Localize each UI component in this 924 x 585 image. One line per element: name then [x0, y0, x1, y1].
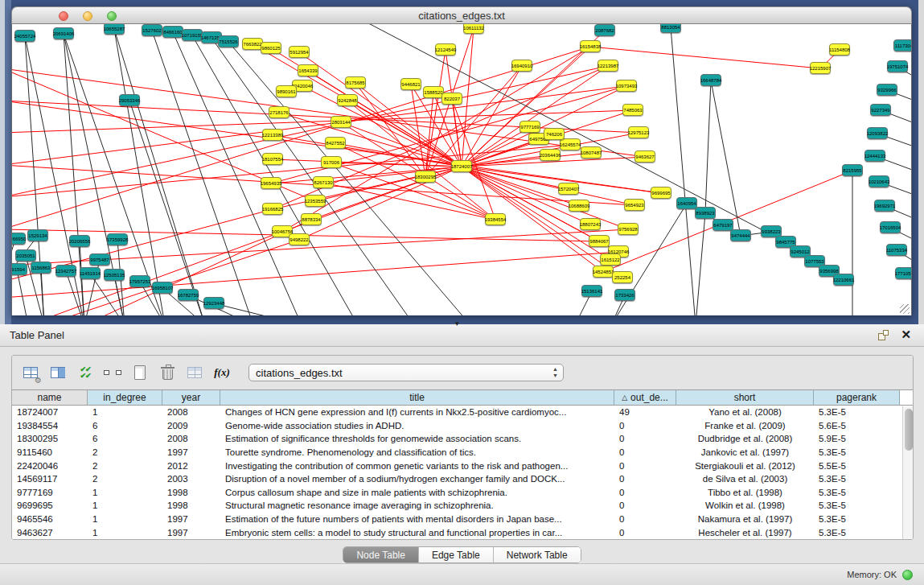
- graph-node[interactable]: 20364436: [540, 149, 561, 161]
- network-window-titlebar[interactable]: citations_edges.txt: [11, 6, 912, 24]
- column-header-year[interactable]: year: [162, 390, 220, 405]
- table-cell[interactable]: Dudbridge et al. (2008): [676, 434, 814, 443]
- table-cell[interactable]: Wolkin et al. (1998): [676, 501, 814, 510]
- table-cell[interactable]: Embryonic stem cells: a model to study s…: [220, 528, 614, 538]
- resize-grip-icon[interactable]: [900, 304, 910, 314]
- table-cell[interactable]: 1997: [162, 514, 220, 524]
- graph-node[interactable]: 12215907: [810, 62, 831, 74]
- table-cell[interactable]: 0: [614, 461, 676, 471]
- table-cell[interactable]: 0: [614, 447, 676, 457]
- graph-node[interactable]: 18300295: [415, 171, 436, 183]
- table-cell[interactable]: Estimation of the future numbers of pati…: [220, 514, 614, 524]
- table-cell[interactable]: 2: [88, 461, 162, 471]
- table-cell[interactable]: 6: [88, 421, 162, 431]
- graph-node[interactable]: 1529134: [27, 229, 48, 241]
- graph-node[interactable]: 1615122: [600, 253, 621, 266]
- graph-node[interactable]: 10719155: [182, 29, 203, 41]
- graph-node[interactable]: 10210643: [869, 175, 889, 187]
- table-cell[interactable]: Estimation of significance thresholds fo…: [220, 434, 614, 443]
- table-cell[interactable]: 1: [88, 501, 162, 510]
- graph-node[interactable]: 8813054: [660, 24, 681, 33]
- table-cell[interactable]: 2008: [162, 434, 220, 443]
- table-cell[interactable]: 19384554: [12, 421, 88, 431]
- table-cell[interactable]: Stergiakouli et al. (2012): [676, 461, 814, 471]
- graph-node[interactable]: 12213389: [262, 129, 283, 141]
- table-panel-header[interactable]: ▾ Table Panel ✕: [0, 324, 924, 347]
- graph-node[interactable]: 9860125: [261, 42, 281, 54]
- table-cell[interactable]: 2: [88, 474, 162, 484]
- graph-node[interactable]: 10973493: [616, 80, 637, 92]
- graph-node[interactable]: 1117304: [893, 39, 912, 51]
- graph-node[interactable]: 6479197: [713, 219, 733, 231]
- create-table-icon[interactable]: [128, 361, 152, 384]
- graph-node[interactable]: 11451914: [80, 267, 101, 279]
- table-row[interactable]: 969969511998Structural magnetic resonanc…: [12, 499, 914, 513]
- function-builder-icon[interactable]: f(x): [210, 361, 234, 384]
- table-cell[interactable]: 1: [88, 514, 162, 524]
- graph-node[interactable]: 8267130: [313, 176, 334, 188]
- table-selector-dropdown[interactable]: citations_edges.txt ▲▼: [248, 364, 564, 381]
- graph-node[interactable]: 17016504: [880, 221, 901, 233]
- graph-node[interactable]: 2718176: [269, 106, 290, 118]
- table-cell[interactable]: 5.3E-5: [814, 474, 900, 484]
- table-cell[interactable]: Investigating the contribution of common…: [220, 461, 614, 471]
- table-cell[interactable]: 2008: [162, 407, 220, 417]
- graph-node[interactable]: 16958107: [152, 282, 173, 294]
- graph-node[interactable]: 1640954: [676, 197, 697, 209]
- table-cell[interactable]: Yano et al. (2008): [676, 407, 814, 417]
- graph-node[interactable]: 16154838: [580, 40, 601, 52]
- table-row[interactable]: 946362711997Embryonic stem cells: a mode…: [12, 525, 914, 539]
- table-cell[interactable]: 5.5E-5: [814, 461, 900, 471]
- graph-node[interactable]: 7515526: [218, 35, 239, 47]
- table-row[interactable]: 1938455462009Genome-wide association stu…: [12, 419, 914, 433]
- close-panel-icon[interactable]: ✕: [901, 328, 911, 342]
- graph-node[interactable]: 25266950: [11, 233, 26, 245]
- graph-node[interactable]: 18807243: [580, 218, 601, 230]
- graph-node[interactable]: 12210661: [833, 274, 854, 286]
- graph-node[interactable]: 16648784: [700, 74, 721, 86]
- table-scrollbar[interactable]: [902, 406, 914, 540]
- table-cell[interactable]: 1997: [162, 528, 220, 538]
- table-cell[interactable]: 22420046: [12, 461, 88, 471]
- table-cell[interactable]: 5.3E-5: [814, 514, 900, 524]
- graph-node[interactable]: 8466160: [162, 26, 183, 38]
- graph-node[interactable]: 9890161: [276, 85, 297, 97]
- table-cell[interactable]: 2009: [162, 421, 220, 431]
- table-cell[interactable]: 2: [88, 447, 162, 457]
- table-cell[interactable]: Hescheler et al. (1997): [676, 528, 814, 538]
- graph-node[interactable]: 12444133: [864, 150, 885, 162]
- graph-node[interactable]: 17710553: [895, 267, 912, 279]
- graph-node[interactable]: 12975123: [628, 126, 649, 138]
- table-cell[interactable]: 0: [614, 434, 676, 443]
- tab-node-table[interactable]: Node Table: [343, 547, 419, 562]
- graph-node[interactable]: 8175685: [345, 76, 366, 89]
- graph-node[interactable]: 9474444: [730, 229, 751, 241]
- graph-node[interactable]: 18107554: [262, 153, 283, 165]
- graph-node[interactable]: 10655287: [104, 24, 125, 35]
- network-canvas[interactable]: 1872400776638229860125591295416543392242…: [11, 24, 912, 315]
- graph-node[interactable]: 9329966: [877, 84, 897, 96]
- graph-node[interactable]: 24055724: [14, 30, 35, 42]
- table-cell[interactable]: 1998: [162, 501, 220, 510]
- graph-node[interactable]: 9777169: [519, 121, 540, 133]
- graph-node[interactable]: 1527602: [142, 24, 162, 36]
- table-cell[interactable]: 0: [614, 501, 676, 510]
- graph-node[interactable]: 12213987: [598, 60, 618, 72]
- scrollbar-thumb[interactable]: [905, 409, 913, 451]
- select-all-columns-icon[interactable]: ✔✔✔✔: [73, 361, 97, 384]
- show-columns-icon[interactable]: [46, 361, 70, 384]
- graph-node[interactable]: 8427552: [325, 137, 346, 149]
- table-cell[interactable]: 0: [614, 488, 676, 497]
- graph-node[interactable]: 822037: [441, 93, 462, 105]
- graph-node[interactable]: 9227349: [870, 104, 891, 116]
- table-cell[interactable]: 1: [88, 407, 162, 417]
- graph-node[interactable]: 8938923: [695, 207, 716, 219]
- graph-node[interactable]: 15136141: [581, 285, 602, 297]
- graph-node[interactable]: 19654935: [261, 177, 281, 189]
- table-cell[interactable]: Disruption of a novel member of a sodium…: [220, 474, 614, 484]
- graph-node[interactable]: 11075334: [886, 244, 907, 256]
- graph-node[interactable]: 1156863: [31, 262, 51, 274]
- graph-node[interactable]: 17957253: [129, 275, 150, 287]
- table-cell[interactable]: Changes of HCN gene expression and I(f) …: [220, 407, 614, 417]
- graph-node[interactable]: 11154808: [829, 43, 850, 56]
